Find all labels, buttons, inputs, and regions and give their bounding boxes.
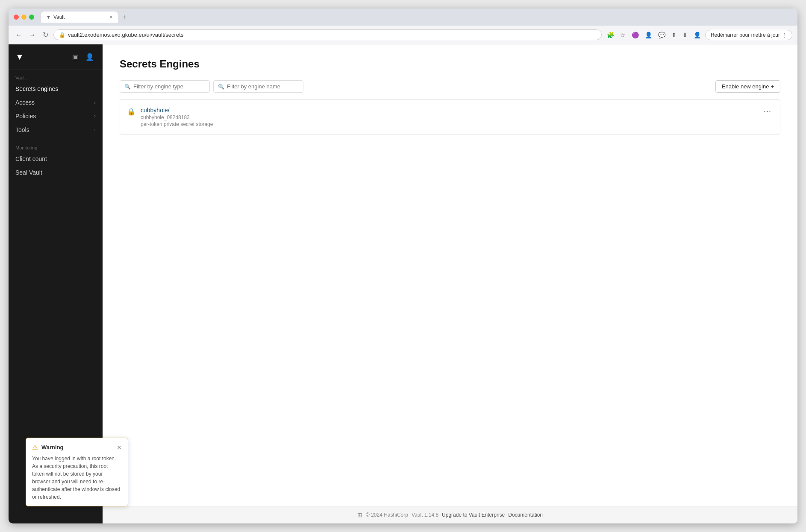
engine-info: cubbyhole/ cubbyhole_082d8183 per-token … [141,107,762,127]
sidebar-actions: ▣ 👤 [71,51,96,63]
policies-chevron-icon: › [94,113,96,119]
engine-list: 🔒 cubbyhole/ cubbyhole_082d8183 per-toke… [120,99,780,134]
extensions-icon[interactable]: 🧩 [605,30,616,40]
tab-bar: ▼ Vault ✕ + [41,12,792,23]
filter-name-input-wrapper: 🔍 [213,80,303,93]
sidebar-section-vault: Vault [9,70,103,82]
warning-toast: ⚠ Warning ✕ You have logged in with a ro… [26,438,128,506]
sidebar-item-tools-label: Tools [15,126,29,133]
footer-version: Vault 1.14.8 [412,512,438,518]
filter-name-input[interactable] [227,83,299,90]
download-icon[interactable]: ⬇ [681,30,689,40]
filter-type-input[interactable] [133,83,205,90]
traffic-lights [14,15,34,20]
engine-menu-button[interactable]: ··· [762,107,773,116]
sidebar-item-seal-vault[interactable]: Seal Vault [9,166,103,179]
user-button[interactable]: 👤 [84,51,96,63]
tab-vault-icon: ▼ [46,15,51,20]
sidebar-section-monitoring: Monitoring [9,140,103,152]
sidebar-item-seal-vault-label: Seal Vault [15,169,42,176]
console-button[interactable]: ▣ [71,51,80,63]
sidebar-item-access[interactable]: Access › [9,96,103,109]
vault-logo-icon: ▼ [15,52,24,62]
enable-new-engine-button[interactable]: Enable new engine + [715,80,780,93]
sidebar-item-policies[interactable]: Policies › [9,109,103,123]
lock-icon: 🔒 [59,32,65,38]
restart-button[interactable]: Redémarrer pour mettre à jour ⋮ [705,30,792,40]
main-content: Secrets Engines 🔍 🔍 Enable new engine + [103,44,797,523]
vault-logo: ▼ [15,52,24,62]
documentation-link[interactable]: Documentation [508,512,543,518]
enable-plus-icon: + [771,83,774,90]
page-title: Secrets Engines [120,58,780,70]
star-icon[interactable]: ☆ [618,30,627,40]
maximize-traffic-light[interactable] [29,15,34,20]
search-icon-type: 🔍 [124,84,131,90]
browser-toolbar: ← → ↻ 🔒 🧩 ☆ 🟣 👤 💬 ⬆ ⬇ 👤 Redémarrer pour … [9,26,797,44]
tab-close-button[interactable]: ✕ [109,15,113,20]
filter-bar: 🔍 🔍 Enable new engine + [120,80,780,93]
account-icon[interactable]: 👤 [692,30,703,40]
address-bar-wrapper: 🔒 [53,29,602,40]
tab-label: Vault [53,14,65,20]
sidebar-item-secrets-engines-label: Secrets engines [15,85,58,92]
restart-label: Redémarrer pour mettre à jour [711,32,780,38]
sidebar-item-access-label: Access [15,99,35,106]
active-tab[interactable]: ▼ Vault ✕ [41,12,118,23]
warning-body: You have logged in with a root token. As… [32,455,122,501]
hashicorp-logo: ⊞ [357,512,362,518]
address-bar[interactable] [68,32,596,38]
profile-icon-2[interactable]: 👤 [643,30,654,40]
browser-titlebar: ▼ Vault ✕ + [9,9,797,26]
footer-copyright: © 2024 HashiCorp [366,512,408,518]
warning-title: Warning [41,444,113,450]
sidebar-item-policies-label: Policies [15,113,36,120]
share-icon[interactable]: ⬆ [670,30,678,40]
engine-id: cubbyhole_082d8183 [141,114,762,120]
refresh-button[interactable]: ↻ [41,29,50,41]
upgrade-link[interactable]: Upgrade to Vault Enterprise [442,512,505,518]
close-traffic-light[interactable] [14,15,19,20]
forward-button[interactable]: → [27,29,38,41]
sidebar-item-tools[interactable]: Tools › [9,123,103,137]
engine-description: per-token private secret storage [141,121,762,127]
filter-type-input-wrapper: 🔍 [120,80,210,93]
browser-actions: 🧩 ☆ 🟣 👤 💬 ⬆ ⬇ 👤 Redémarrer pour mettre à… [605,30,792,40]
warning-close-button[interactable]: ✕ [117,444,122,451]
back-button[interactable]: ← [14,29,24,41]
engine-name-link[interactable]: cubbyhole/ [141,107,762,114]
content-area: Secrets Engines 🔍 🔍 Enable new engine + [103,44,797,506]
enable-new-engine-label: Enable new engine [722,83,769,90]
search-icon-name: 🔍 [218,84,224,90]
tools-chevron-icon: › [94,127,96,133]
warning-header: ⚠ Warning ✕ [32,443,122,451]
sidebar-item-client-count-label: Client count [15,155,47,162]
sidebar-item-secrets-engines[interactable]: Secrets engines [9,82,103,96]
sidebar-logo-area: ▼ ▣ 👤 [9,44,103,70]
sidebar-monitoring-section: Monitoring Client count Seal Vault [9,140,103,179]
table-row: 🔒 cubbyhole/ cubbyhole_082d8183 per-toke… [120,100,780,134]
new-tab-button[interactable]: + [120,12,129,22]
restart-dropdown-icon: ⋮ [782,32,787,38]
engine-lock-icon: 🔒 [127,108,135,116]
warning-icon: ⚠ [32,443,38,451]
profile-icon-1[interactable]: 🟣 [630,30,641,40]
access-chevron-icon: › [94,99,96,105]
sidebar-item-client-count[interactable]: Client count [9,152,103,166]
whatsapp-icon[interactable]: 💬 [656,30,667,40]
footer: ⊞ © 2024 HashiCorp Vault 1.14.8 Upgrade … [103,506,797,523]
minimize-traffic-light[interactable] [21,15,26,20]
